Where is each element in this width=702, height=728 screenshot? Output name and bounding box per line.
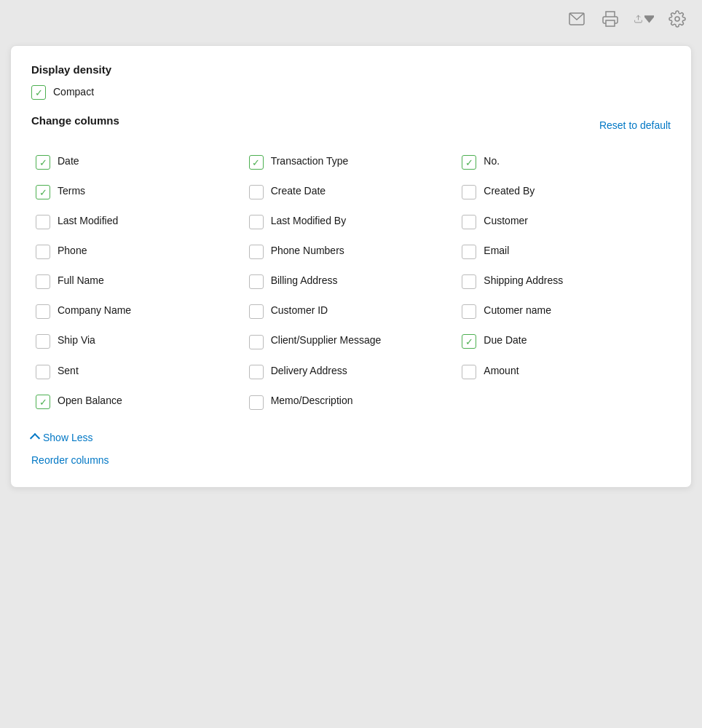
label-billing-address: Billing Address [271, 274, 338, 288]
checkbox-create-date[interactable] [249, 185, 264, 199]
col-item-last-modified: Last Modified [31, 207, 245, 237]
toolbar [567, 9, 687, 29]
label-customer: Customer [484, 214, 528, 229]
svg-rect-1 [606, 20, 615, 26]
page-wrapper: Display density ✓ Compact Change columns… [0, 0, 702, 728]
label-phone: Phone [58, 244, 87, 258]
export-button[interactable] [634, 9, 654, 29]
label-client-supplier-message: Client/Supplier Message [271, 333, 382, 348]
label-sent: Sent [58, 364, 79, 379]
label-customer-name: Cutomer name [484, 304, 551, 318]
checkbox-customer-name[interactable] [462, 304, 476, 319]
checkbox-email[interactable] [462, 245, 476, 259]
col-item-customer: Customer [457, 207, 671, 237]
label-company-name: Company Name [58, 304, 131, 318]
print-button[interactable] [600, 9, 620, 29]
checkbox-sent[interactable] [36, 365, 50, 379]
checkbox-delivery-address[interactable] [249, 365, 264, 379]
col-item-empty [457, 387, 671, 417]
label-date: Date [58, 154, 79, 169]
label-last-modified-by: Last Modified By [271, 214, 347, 229]
col-item-email: Email [457, 237, 671, 266]
checkbox-memo-description[interactable] [249, 395, 264, 410]
settings-button[interactable] [667, 9, 687, 29]
col-item-last-modified-by: Last Modified By [245, 207, 458, 237]
label-no: No. [484, 154, 500, 169]
label-terms: Terms [58, 184, 85, 199]
checkbox-amount[interactable] [462, 365, 476, 379]
checkbox-ship-via[interactable] [36, 334, 50, 349]
col-item-create-date: Create Date [245, 177, 458, 207]
label-amount: Amount [484, 364, 518, 379]
col-item-no: ✓ No. [457, 147, 671, 177]
col-item-terms: ✓ Terms [31, 177, 245, 207]
col-item-customer-id: Customer ID [245, 296, 458, 326]
change-columns-title: Change columns [31, 114, 119, 127]
label-memo-description: Memo/Description [271, 394, 353, 408]
checkbox-created-by[interactable] [462, 185, 476, 199]
label-customer-id: Customer ID [271, 304, 328, 318]
checkbox-phone-numbers[interactable] [249, 245, 264, 259]
label-full-name: Full Name [58, 274, 104, 288]
checkbox-shipping-address[interactable] [462, 274, 476, 289]
checkbox-phone[interactable] [36, 245, 50, 259]
checkbox-last-modified-by[interactable] [249, 215, 264, 229]
col-item-delivery-address: Delivery Address [245, 357, 458, 387]
col-item-company-name: Company Name [31, 296, 245, 326]
svg-marker-3 [644, 16, 654, 22]
checkbox-billing-address[interactable] [249, 274, 264, 289]
reorder-columns-link[interactable]: Reorder columns [31, 454, 109, 466]
label-delivery-address: Delivery Address [271, 364, 347, 379]
col-item-transaction-type: ✓ Transaction Type [245, 147, 458, 177]
col-item-phone: Phone [31, 237, 245, 266]
label-transaction-type: Transaction Type [271, 154, 349, 169]
label-phone-numbers: Phone Numbers [271, 244, 344, 258]
col-item-customer-name: Cutomer name [457, 296, 671, 326]
col-item-client-supplier-message: Client/Supplier Message [245, 326, 458, 357]
checkbox-company-name[interactable] [36, 304, 50, 319]
label-shipping-address: Shipping Address [484, 274, 563, 288]
checkbox-full-name[interactable] [36, 274, 50, 289]
label-last-modified: Last Modified [58, 214, 118, 229]
col-item-date: ✓ Date [31, 147, 245, 177]
checkbox-transaction-type[interactable]: ✓ [249, 155, 264, 170]
col-item-billing-address: Billing Address [245, 266, 458, 296]
label-email: Email [484, 244, 509, 258]
col-item-full-name: Full Name [31, 266, 245, 296]
col-item-ship-via: Ship Via [31, 326, 245, 357]
col-item-phone-numbers: Phone Numbers [245, 237, 458, 266]
col-item-sent: Sent [31, 357, 245, 387]
checkbox-no[interactable]: ✓ [462, 155, 476, 170]
chevron-up-icon [30, 433, 40, 443]
checkbox-open-balance[interactable]: ✓ [36, 395, 50, 409]
settings-panel: Display density ✓ Compact Change columns… [10, 45, 692, 488]
show-less-row: Show Less [31, 432, 671, 443]
checkbox-customer[interactable] [462, 215, 476, 229]
label-created-by: Created By [484, 184, 535, 199]
display-density-title: Display density [31, 63, 671, 76]
compact-checkbox[interactable]: ✓ [31, 85, 46, 100]
checkbox-terms[interactable]: ✓ [36, 185, 50, 199]
col-item-open-balance: ✓ Open Balance [31, 387, 245, 417]
col-item-amount: Amount [457, 357, 671, 387]
email-button[interactable] [567, 9, 587, 29]
reset-to-default-link[interactable]: Reset to default [599, 119, 671, 131]
show-less-label: Show Less [43, 432, 92, 443]
label-open-balance: Open Balance [58, 394, 122, 408]
show-less-link[interactable]: Show Less [31, 432, 92, 443]
col-item-created-by: Created By [457, 177, 671, 207]
checkbox-date[interactable]: ✓ [36, 155, 50, 170]
change-columns-header: Change columns Reset to default [31, 114, 671, 135]
checkbox-last-modified[interactable] [36, 215, 50, 229]
checkbox-due-date[interactable]: ✓ [462, 334, 476, 349]
compact-label: Compact [53, 85, 94, 100]
compact-row: ✓ Compact [31, 84, 671, 100]
checkbox-client-supplier-message[interactable] [249, 335, 264, 349]
checkbox-customer-id[interactable] [249, 304, 264, 319]
col-item-due-date: ✓ Due Date [457, 326, 671, 357]
svg-point-4 [675, 17, 679, 21]
compact-checkmark: ✓ [35, 88, 43, 98]
col-item-memo-description: Memo/Description [245, 387, 458, 417]
label-create-date: Create Date [271, 184, 326, 199]
label-due-date: Due Date [484, 333, 526, 348]
